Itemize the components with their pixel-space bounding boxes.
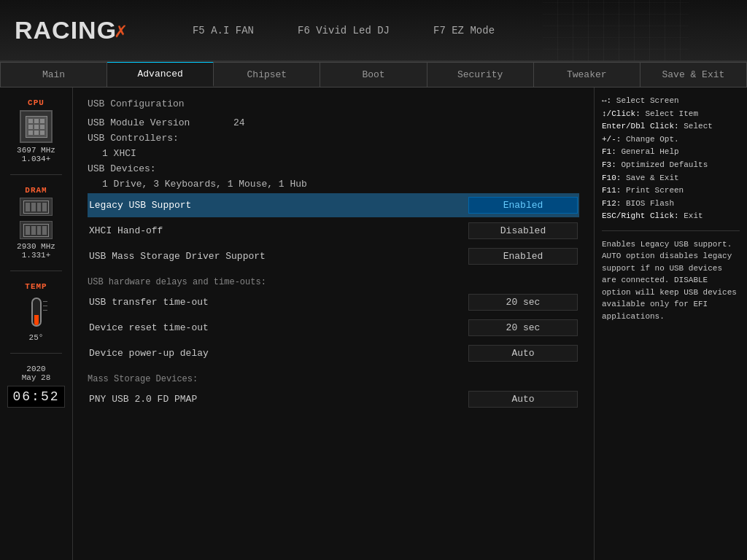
usb-module-row: USB Module Version 24 (88, 115, 579, 131)
setting-row-legacy-usb[interactable]: Legacy USB SupportEnabled (88, 193, 579, 217)
thermometer (31, 298, 42, 327)
nav-tabs: MainAdvancedChipsetBootSecurityTweakerSa… (0, 62, 747, 88)
usb-controllers-value-row: 1 XHCI (88, 146, 579, 161)
mass-storage-name-pny-usb: PNY USB 2.0 FD PMAP (89, 394, 468, 405)
timeout-name-device-powerup-delay: Device power-up delay (89, 348, 468, 359)
setting-value-legacy-usb: Enabled (468, 197, 578, 214)
key-hint: Enter/Dbl Click: Select (602, 120, 740, 133)
therm-lines (43, 301, 47, 311)
timeout-value-device-powerup-delay: Auto (468, 345, 578, 362)
key-hint: F1: General Help (602, 146, 740, 159)
main-layout: CPU 3697 MHz 1.034+ DRAM (0, 88, 747, 560)
setting-name-legacy-usb: Legacy USB Support (89, 200, 468, 211)
setting-name-usb-mass-storage: USB Mass Storage Driver Support (89, 251, 468, 262)
divider-1 (10, 174, 62, 175)
key-hint: F3: Optimized Defaults (602, 159, 740, 172)
timeout-name-device-reset-timeout: Device reset time-out (89, 322, 468, 333)
dram-slot-1 (23, 201, 49, 214)
timeout-row-device-reset-timeout[interactable]: Device reset time-out20 sec (88, 316, 579, 340)
timeout-row-usb-transfer-timeout[interactable]: USB transfer time-out20 sec (88, 290, 579, 314)
f7-button[interactable]: F7 EZ Mode (433, 25, 495, 36)
header: RACING ✗ F5 A.I FAN F6 Vivid Led DJ F7 E… (0, 0, 747, 62)
nav-tab-save-exit[interactable]: Save & Exit (640, 62, 747, 87)
f6-button[interactable]: F6 Vivid Led DJ (298, 25, 390, 36)
key-hint: ESC/Right Click: Exit (602, 210, 740, 223)
usb-module-label: USB Module Version (88, 117, 233, 128)
settings-rows: Legacy USB SupportEnabledXHCI Hand-offDi… (88, 193, 579, 268)
temp-label: TEMP (25, 282, 47, 291)
sidebar: CPU 3697 MHz 1.034+ DRAM (0, 88, 73, 560)
therm-fill (34, 315, 39, 325)
timeout-row-device-powerup-delay[interactable]: Device power-up delayAuto (88, 341, 579, 365)
key-hints: ↔: Select Screen↕/Click: Select ItemEnte… (602, 95, 740, 223)
nav-tab-advanced[interactable]: Advanced (107, 61, 214, 87)
cpu-section: CPU 3697 MHz 1.034+ (4, 98, 69, 163)
right-panel: ↔: Select Screen↕/Click: Select ItemEnte… (594, 88, 747, 560)
key-hint: F11: Print Screen (602, 184, 740, 198)
mass-storage-row-pny-usb[interactable]: PNY USB 2.0 FD PMAPAuto (88, 387, 579, 411)
dram-label: DRAM (25, 186, 47, 195)
key-hint: F12: BIOS Flash (602, 198, 740, 211)
mass-storage-value-pny-usb: Auto (468, 391, 578, 408)
f5-button[interactable]: F5 A.I FAN (193, 25, 254, 36)
usb-controllers-row: USB Controllers: (88, 131, 579, 146)
temp-section: TEMP 25° (4, 282, 69, 342)
content-area: USB Configuration USB Module Version 24 … (73, 88, 594, 560)
dram-slot-2 (23, 224, 49, 237)
setting-row-xhci-handoff[interactable]: XHCI Hand-offDisabled (88, 219, 579, 243)
dram-section: DRAM 2930 MHz 1.331+ (4, 186, 69, 260)
logo-text: RACING (15, 16, 117, 44)
logo: RACING ✗ (15, 16, 127, 44)
clock: 06:52 (7, 386, 64, 408)
key-hint: ↕/Click: Select Item (602, 108, 740, 121)
timeout-value-device-reset-timeout: 20 sec (468, 319, 578, 336)
divider-2 (10, 271, 62, 271)
description-text: Enables Legacy USB support. AUTO option … (602, 238, 740, 323)
temp-value: 25° (29, 333, 44, 342)
setting-name-xhci-handoff: XHCI Hand-off (89, 225, 468, 236)
timeout-rows: USB transfer time-out20 secDevice reset … (88, 290, 579, 365)
dram-voltage: 1.331+ (22, 251, 51, 260)
usb-controllers-value: 1 XHCI (102, 148, 136, 159)
mass-storage-rows: PNY USB 2.0 FD PMAPAuto (88, 387, 579, 411)
datetime-section: 2020 May 28 06:52 (4, 365, 69, 408)
divider-3 (10, 353, 62, 354)
usb-controllers-label: USB Controllers: (88, 133, 233, 144)
nav-tab-main[interactable]: Main (0, 62, 107, 87)
date-monthday: May 28 (22, 373, 51, 382)
key-hint: F10: Save & Exit (602, 172, 740, 185)
cpu-chip (26, 116, 47, 138)
key-hint: +/-: Change Opt. (602, 133, 740, 147)
cpu-label: CPU (28, 98, 44, 107)
setting-value-xhci-handoff: Disabled (468, 222, 578, 239)
setting-value-usb-mass-storage: Enabled (468, 248, 578, 265)
setting-row-usb-mass-storage[interactable]: USB Mass Storage Driver SupportEnabled (88, 244, 579, 268)
dram-freq: 2930 MHz (17, 242, 55, 251)
nav-tab-boot[interactable]: Boot (320, 62, 427, 87)
mass-storage-title: Mass Storage Devices: (88, 374, 579, 384)
usb-module-value: 24 (233, 117, 245, 128)
usb-devices-row: USB Devices: (88, 161, 579, 176)
timeout-value-usb-transfer-timeout: 20 sec (468, 294, 578, 311)
date-year: 2020 (26, 365, 45, 373)
usb-devices-label: USB Devices: (88, 163, 233, 174)
cpu-icon (20, 110, 53, 143)
nav-tab-chipset[interactable]: Chipset (214, 62, 320, 87)
cpu-voltage: 1.034+ (22, 155, 51, 163)
usb-devices-value-row: 1 Drive, 3 Keyboards, 1 Mouse, 1 Hub (88, 176, 579, 192)
help-divider (602, 230, 740, 231)
subsection-title: USB hardware delays and time-outs: (88, 277, 579, 287)
dram-icon (20, 198, 53, 216)
timeout-name-usb-transfer-timeout: USB transfer time-out (89, 297, 468, 308)
nav-tab-security[interactable]: Security (427, 62, 534, 87)
cpu-freq: 3697 MHz (17, 146, 55, 155)
thermometer-icon (22, 294, 51, 330)
dram-icon-2 (20, 221, 53, 239)
key-hint: ↔: Select Screen (602, 95, 740, 108)
nav-tab-tweaker[interactable]: Tweaker (534, 62, 640, 87)
section-title: USB Configuration (88, 98, 579, 109)
usb-devices-value: 1 Drive, 3 Keyboards, 1 Mouse, 1 Hub (102, 179, 307, 190)
logo-icon: ✗ (115, 18, 127, 43)
laser-decoration (659, 0, 747, 62)
